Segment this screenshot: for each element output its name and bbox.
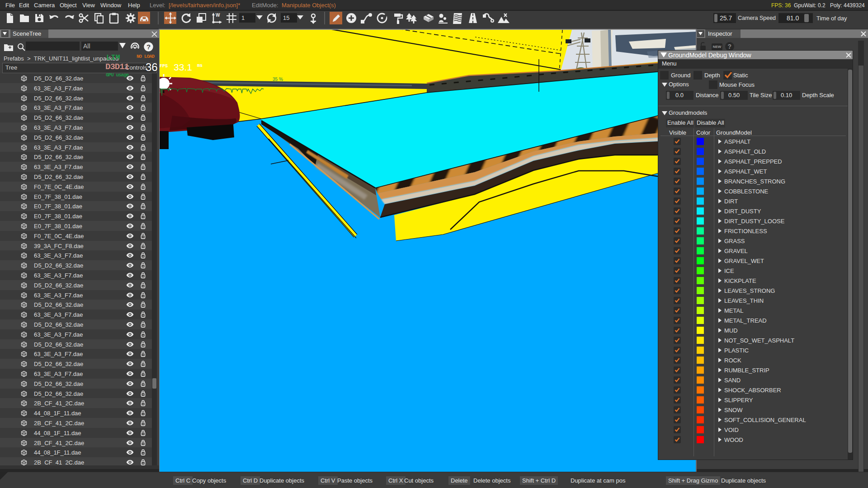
svg-text:?: ? — [728, 43, 732, 50]
svg-text:ms: ms — [197, 63, 203, 68]
svg-text:35 %: 35 % — [273, 77, 283, 82]
svg-text:33.1: 33.1 — [174, 62, 192, 72]
svg-text:FPS: FPS — [160, 64, 168, 69]
svg-text:W: W — [216, 13, 220, 18]
svg-text:?: ? — [146, 43, 151, 51]
